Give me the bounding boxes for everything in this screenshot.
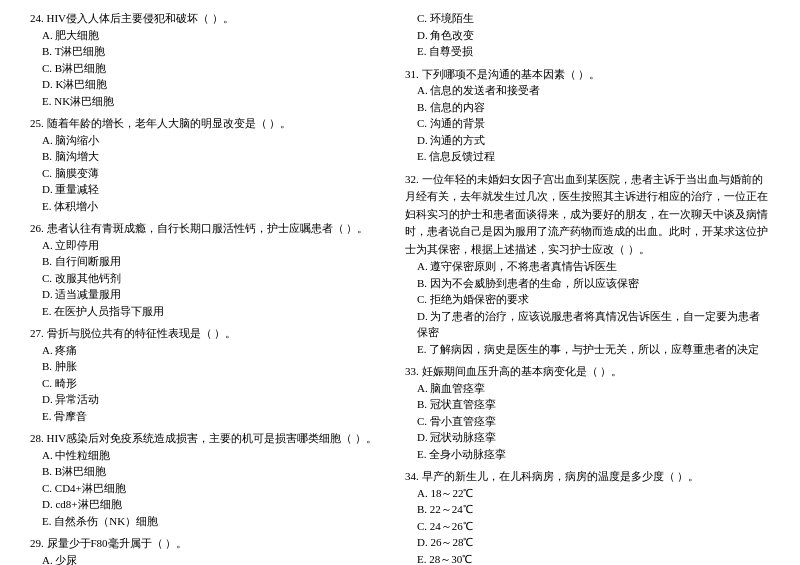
question-24-text: 24. HIV侵入人体后主要侵犯和破坏（ ）。: [30, 10, 395, 27]
q31-opt-b: B. 信息的内容: [405, 99, 770, 116]
q25-opt-e: E. 体积增小: [30, 198, 395, 215]
q32-opt-a: A. 遵守保密原则，不将患者真情告诉医生: [405, 258, 770, 275]
question-34-text: 34. 早产的新生儿，在儿科病房，病房的温度是多少度（ ）。: [405, 468, 770, 485]
q34-opt-b: B. 22～24℃: [405, 501, 770, 518]
q25-opt-c: C. 脑膜变薄: [30, 165, 395, 182]
q33-opt-b: B. 冠状直管痉挛: [405, 396, 770, 413]
question-25-text: 25. 随着年龄的增长，老年人大脑的明显改变是（ ）。: [30, 115, 395, 132]
content-columns: 24. HIV侵入人体后主要侵犯和破坏（ ）。 A. 肥大细胞 B. T淋巴细胞…: [30, 10, 770, 565]
question-31-text: 31. 下列哪项不是沟通的基本因素（ ）。: [405, 66, 770, 83]
question-26: 26. 患者认往有青斑成瘾，自行长期口服活性钙，护士应嘱患者（ ）。 A. 立即…: [30, 220, 395, 319]
question-27-text: 27. 骨折与脱位共有的特征性表现是（ ）。: [30, 325, 395, 342]
q31-opt-d: D. 沟通的方式: [405, 132, 770, 149]
question-32: 32. 一位年轻的未婚妇女因子宫出血到某医院，患者主诉于当出血与婚前的月经有关，…: [405, 171, 770, 358]
question-30-continued: C. 环境陌生 D. 角色改变 E. 自尊受损: [405, 10, 770, 60]
question-34: 34. 早产的新生儿，在儿科病房，病房的温度是多少度（ ）。 A. 18～22℃…: [405, 468, 770, 565]
q24-opt-c: C. B淋巴细胞: [30, 60, 395, 77]
q33-opt-e: E. 全身小动脉痉挛: [405, 446, 770, 463]
q32-opt-d: D. 为了患者的治疗，应该说服患者将真情况告诉医生，自一定要为患者保密: [405, 308, 770, 341]
q34-opt-e: E. 28～30℃: [405, 551, 770, 565]
q24-opt-d: D. K淋巴细胞: [30, 76, 395, 93]
question-33: 33. 妊娠期间血压升高的基本病变化是（ ）。 A. 脑血管痉挛 B. 冠状直管…: [405, 363, 770, 462]
q26-opt-d: D. 适当减量服用: [30, 286, 395, 303]
q27-opt-e: E. 骨摩音: [30, 408, 395, 425]
q25-opt-d: D. 重量减轻: [30, 181, 395, 198]
q30-opt-d: D. 角色改变: [405, 27, 770, 44]
question-29: 29. 尿量少于F80毫升属于（ ）。 A. 少尿 B. 尿潴留 C. 排尿异常…: [30, 535, 395, 565]
question-31: 31. 下列哪项不是沟通的基本因素（ ）。 A. 信息的发送者和接受者 B. 信…: [405, 66, 770, 165]
q34-opt-d: D. 26～28℃: [405, 534, 770, 551]
q30-opt-c: C. 环境陌生: [405, 10, 770, 27]
q26-opt-a: A. 立即停用: [30, 237, 395, 254]
page: 24. HIV侵入人体后主要侵犯和破坏（ ）。 A. 肥大细胞 B. T淋巴细胞…: [30, 10, 770, 565]
q27-opt-b: B. 肿胀: [30, 358, 395, 375]
question-32-text: 32. 一位年轻的未婚妇女因子宫出血到某医院，患者主诉于当出血与婚前的月经有关，…: [405, 171, 770, 259]
q25-opt-a: A. 脑沟缩小: [30, 132, 395, 149]
q29-opt-a: A. 少尿: [30, 552, 395, 566]
q33-opt-d: D. 冠状动脉痉挛: [405, 429, 770, 446]
q34-opt-c: C. 24～26℃: [405, 518, 770, 535]
q27-opt-d: D. 异常活动: [30, 391, 395, 408]
q31-opt-e: E. 信息反馈过程: [405, 148, 770, 165]
question-28: 28. HIV感染后对免疫系统造成损害，主要的机可是损害哪类细胞（ ）。 A. …: [30, 430, 395, 529]
q33-opt-a: A. 脑血管痉挛: [405, 380, 770, 397]
q28-opt-b: B. B淋巴细胞: [30, 463, 395, 480]
left-column: 24. HIV侵入人体后主要侵犯和破坏（ ）。 A. 肥大细胞 B. T淋巴细胞…: [30, 10, 395, 565]
q34-opt-a: A. 18～22℃: [405, 485, 770, 502]
q32-opt-e: E. 了解病因，病史是医生的事，与护士无关，所以，应尊重患者的决定: [405, 341, 770, 358]
q33-opt-c: C. 骨小直管痉挛: [405, 413, 770, 430]
q27-opt-a: A. 疼痛: [30, 342, 395, 359]
q28-opt-a: A. 中性粒细胞: [30, 447, 395, 464]
q24-opt-b: B. T淋巴细胞: [30, 43, 395, 60]
q28-opt-d: D. cd8+淋巴细胞: [30, 496, 395, 513]
q31-opt-a: A. 信息的发送者和接受者: [405, 82, 770, 99]
q32-opt-c: C. 拒绝为婚保密的要求: [405, 291, 770, 308]
question-28-text: 28. HIV感染后对免疫系统造成损害，主要的机可是损害哪类细胞（ ）。: [30, 430, 395, 447]
q27-opt-c: C. 畸形: [30, 375, 395, 392]
right-column: C. 环境陌生 D. 角色改变 E. 自尊受损 31. 下列哪项不是沟通的基本因…: [405, 10, 770, 565]
q25-opt-b: B. 脑沟增大: [30, 148, 395, 165]
q30-opt-e: E. 自尊受损: [405, 43, 770, 60]
q26-opt-b: B. 自行间断服用: [30, 253, 395, 270]
q32-opt-b: B. 因为不会威胁到患者的生命，所以应该保密: [405, 275, 770, 292]
q28-opt-c: C. CD4+淋巴细胞: [30, 480, 395, 497]
question-25: 25. 随着年龄的增长，老年人大脑的明显改变是（ ）。 A. 脑沟缩小 B. 脑…: [30, 115, 395, 214]
question-33-text: 33. 妊娠期间血压升高的基本病变化是（ ）。: [405, 363, 770, 380]
q24-opt-e: E. NK淋巴细胞: [30, 93, 395, 110]
q28-opt-e: E. 自然杀伤（NK）细胞: [30, 513, 395, 530]
question-26-text: 26. 患者认往有青斑成瘾，自行长期口服活性钙，护士应嘱患者（ ）。: [30, 220, 395, 237]
q24-opt-a: A. 肥大细胞: [30, 27, 395, 44]
question-27: 27. 骨折与脱位共有的特征性表现是（ ）。 A. 疼痛 B. 肿胀 C. 畸形…: [30, 325, 395, 424]
question-29-text: 29. 尿量少于F80毫升属于（ ）。: [30, 535, 395, 552]
q26-opt-c: C. 改服其他钙剂: [30, 270, 395, 287]
q31-opt-c: C. 沟通的背景: [405, 115, 770, 132]
q26-opt-e: E. 在医护人员指导下服用: [30, 303, 395, 320]
question-24: 24. HIV侵入人体后主要侵犯和破坏（ ）。 A. 肥大细胞 B. T淋巴细胞…: [30, 10, 395, 109]
